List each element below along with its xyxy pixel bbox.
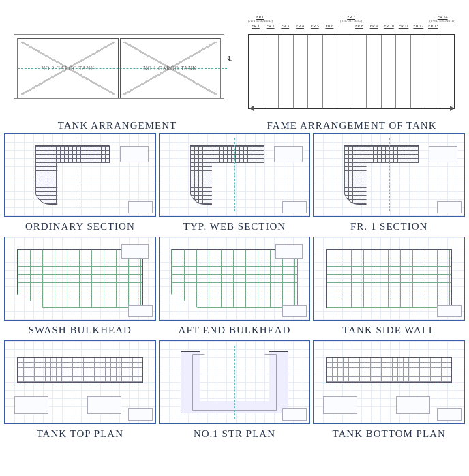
- frame-column: [410, 35, 425, 108]
- frame-end-aft: FR.0 (AFT END BHD): [248, 15, 273, 23]
- tank-arrangement-drawing: NO.2 CARGO TANK NO.1 CARGO TANK ℄: [0, 0, 234, 116]
- frame-column: [425, 35, 440, 108]
- frame-column: [381, 35, 396, 108]
- grid-cell: NO.1 STR PLAN: [159, 340, 311, 441]
- center-axis-v: [389, 138, 390, 211]
- frame-end-aft-sub: (AFT END BHD): [248, 19, 273, 23]
- thumbnail: [313, 133, 465, 217]
- thumbnail: [313, 340, 465, 424]
- thumbnail-caption: TANK BOTTOM PLAN: [313, 424, 465, 441]
- caption-frame-arrangement: FAME ARRANGEMENT OF TANK: [234, 116, 469, 133]
- thumbnail: [313, 237, 465, 321]
- grid-cell: TYP. WEB SECTION: [159, 133, 311, 234]
- frame-label: FR.5: [307, 24, 322, 28]
- frame-label: FR.11: [396, 24, 411, 28]
- top-row: NO.2 CARGO TANK NO.1 CARGO TANK ℄ FR.0 (…: [0, 0, 469, 116]
- frame-labels-row: FR.1FR.2FR.3FR.4FR.5FR.6FR.8FR.9FR.10FR.…: [248, 24, 455, 28]
- center-axis-v: [234, 138, 235, 211]
- detail-box: [14, 396, 48, 414]
- frame-column: [366, 35, 381, 108]
- wall-panel: [326, 249, 452, 308]
- frame-end-mid: FR.7 (SWASH BHD): [340, 15, 362, 23]
- tank-1-label: NO.1 CARGO TANK: [143, 65, 197, 72]
- frame-column: [440, 35, 455, 108]
- thumbnail: [4, 237, 156, 321]
- frame-column: [395, 35, 410, 108]
- frame-column: [278, 35, 293, 108]
- frame-label: FR.12: [411, 24, 426, 28]
- plan-strip: [17, 357, 143, 382]
- frame-label: FR.13: [426, 24, 441, 28]
- frame-label: [440, 24, 455, 28]
- bottom-flange: [14, 98, 224, 102]
- frame-label: [337, 24, 352, 28]
- tank-2-label: NO.2 CARGO TANK: [42, 65, 95, 72]
- thumbnail-caption: NO.1 STR PLAN: [159, 424, 311, 441]
- center-axis-v: [234, 346, 235, 419]
- thumbnail: [159, 340, 311, 424]
- detail-box: [121, 244, 149, 259]
- grid-cell: AFT END BULKHEAD: [159, 237, 311, 338]
- grid-cell: TANK BOTTOM PLAN: [313, 340, 465, 441]
- frame-column: [352, 35, 367, 108]
- thumbnail-caption: SWASH BULKHEAD: [4, 321, 156, 338]
- frame-column: [337, 35, 352, 108]
- detail-box: [120, 146, 149, 162]
- frame-label: FR.1: [248, 24, 263, 28]
- frame-column: [322, 35, 337, 108]
- frame-column: [293, 35, 308, 108]
- frame-arrangement-drawing: FR.0 (AFT END BHD) FR.7 (SWASH BHD) FR.1…: [234, 0, 469, 116]
- overall-dimension-line: [249, 108, 454, 113]
- centerline-symbol: ℄: [228, 55, 232, 62]
- frame-column: [307, 35, 322, 108]
- detail-box: [275, 244, 303, 259]
- frame-box: [248, 34, 455, 109]
- tank-2: NO.2 CARGO TANK: [18, 38, 119, 98]
- detail-box: [323, 396, 357, 414]
- center-axis-h: [323, 383, 455, 383]
- thumbnail-caption: AFT END BULKHEAD: [159, 321, 311, 338]
- plan-strip: [326, 357, 452, 382]
- thumbnail-caption: TYP. WEB SECTION: [159, 217, 311, 234]
- center-axis-h: [14, 383, 146, 383]
- thumbnail: [4, 133, 156, 217]
- frame-label: FR.8: [352, 24, 367, 28]
- caption-tank-arrangement: TANK ARRANGEMENT: [0, 116, 234, 133]
- grid-cell: FR. 1 SECTION: [313, 133, 465, 234]
- thumbnail-grid: ORDINARY SECTIONTYP. WEB SECTIONFR. 1 SE…: [0, 133, 469, 441]
- grid-cell: SWASH BULKHEAD: [4, 237, 156, 338]
- frame-label: FR.9: [367, 24, 382, 28]
- tanks-outline: NO.2 CARGO TANK NO.1 CARGO TANK: [17, 38, 221, 99]
- detail-box: [396, 396, 430, 414]
- frame-column: [264, 35, 279, 108]
- thumbnail-caption: TANK SIDE WALL: [313, 321, 465, 338]
- detail-box: [429, 146, 457, 162]
- thumbnail-caption: ORDINARY SECTION: [4, 217, 156, 234]
- grid-cell: TANK TOP PLAN: [4, 340, 156, 441]
- frame-label: FR.6: [322, 24, 337, 28]
- thumbnail: [159, 237, 311, 321]
- frame-label: FR.2: [263, 24, 278, 28]
- frame-end-fwd-sub: (FWD END BHD): [429, 19, 455, 23]
- thumbnail-caption: FR. 1 SECTION: [313, 217, 465, 234]
- drawing-sheet: NO.2 CARGO TANK NO.1 CARGO TANK ℄ FR.0 (…: [0, 0, 469, 476]
- detail-box: [87, 396, 121, 414]
- frame-label: FR.3: [277, 24, 292, 28]
- frame-end-fwd: FR.14 (FWD END BHD): [429, 15, 455, 23]
- thumbnail: [4, 340, 156, 424]
- grid-cell: TANK SIDE WALL: [313, 237, 465, 338]
- tank-1: NO.1 CARGO TANK: [120, 38, 221, 98]
- thumbnail-caption: TANK TOP PLAN: [4, 424, 156, 441]
- frame-label: FR.10: [381, 24, 396, 28]
- center-axis-v: [80, 138, 80, 211]
- frame-end-mid-sub: (SWASH BHD): [340, 19, 362, 23]
- grid-cell: ORDINARY SECTION: [4, 133, 156, 234]
- frame-columns: [249, 35, 454, 108]
- frame-label: FR.4: [292, 24, 307, 28]
- top-captions: TANK ARRANGEMENT FAME ARRANGEMENT OF TAN…: [0, 116, 469, 133]
- frame-column: [249, 35, 264, 108]
- thumbnail: [159, 133, 311, 217]
- detail-box: [274, 146, 303, 162]
- frame-end-labels: FR.0 (AFT END BHD) FR.7 (SWASH BHD) FR.1…: [248, 15, 455, 23]
